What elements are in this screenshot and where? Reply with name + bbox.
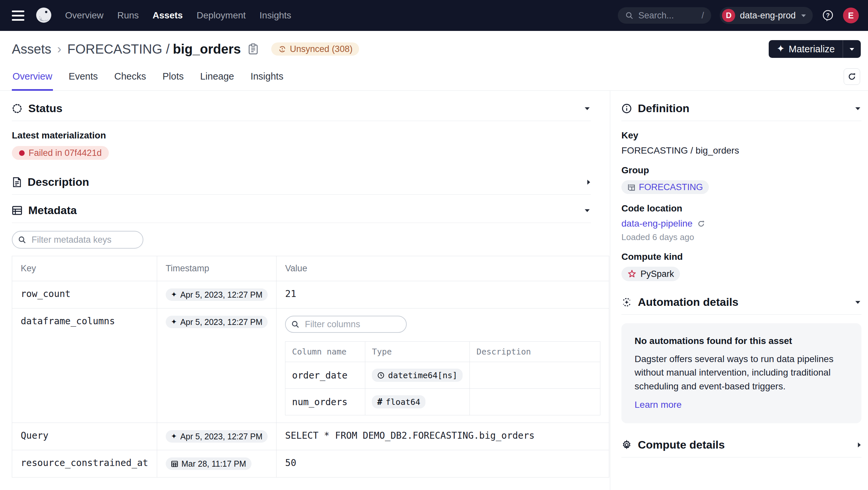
learn-more-link[interactable]: Learn more: [634, 400, 682, 410]
metadata-collapse-button[interactable]: [584, 208, 591, 213]
materialize-dropdown-button[interactable]: [843, 40, 861, 58]
definition-title: Definition: [638, 102, 689, 115]
clock-icon: [377, 372, 385, 379]
timestamp-badge[interactable]: Mar 28, 11:17 PM: [166, 457, 251, 470]
status-collapse-button[interactable]: [584, 106, 591, 111]
automation-empty-state: No automations found for this asset Dags…: [621, 323, 861, 423]
copy-icon[interactable]: [248, 43, 259, 55]
tab-events[interactable]: Events: [68, 66, 99, 91]
column-header-name: Column name: [285, 342, 365, 362]
unsynced-label: Unsynced (308): [290, 44, 353, 54]
code-location-label: Code location: [621, 203, 861, 214]
compute-details-expand-button[interactable]: [857, 441, 861, 449]
metadata-key: row_count: [12, 281, 157, 308]
deployment-badge: D: [722, 9, 735, 22]
breadcrumb-assets[interactable]: Assets: [12, 42, 51, 57]
table-row: dataframe_columns ✦Apr 5, 2023, 12:27 PM…: [12, 308, 609, 423]
column-name: order_date: [285, 362, 365, 389]
search-shortcut: /: [702, 10, 704, 21]
nav-item-overview[interactable]: Overview: [65, 10, 103, 21]
avatar[interactable]: E: [843, 7, 859, 23]
metadata-value: 50: [277, 450, 609, 478]
timestamp-badge[interactable]: ✦Apr 5, 2023, 12:27 PM: [166, 288, 268, 301]
caret-right-icon: [586, 179, 591, 186]
metadata-key: Query: [12, 423, 157, 450]
dagster-logo-icon[interactable]: [35, 7, 53, 24]
unsynced-badge[interactable]: Unsynced (308): [271, 42, 360, 56]
metadata-title: Metadata: [28, 204, 76, 217]
automation-empty-body: Dagster offers several ways to run data …: [634, 352, 848, 393]
timestamp-badge[interactable]: ✦Apr 5, 2023, 12:27 PM: [166, 316, 268, 328]
metadata-icon: [12, 206, 22, 215]
global-search[interactable]: /: [618, 7, 711, 24]
tab-checks[interactable]: Checks: [114, 66, 147, 91]
automation-section-header: Automation details: [621, 296, 861, 308]
caret-down-icon: [584, 106, 591, 111]
code-location-link[interactable]: data-eng-pipeline: [621, 218, 692, 229]
type-badge: datetime64[ns]: [372, 369, 463, 382]
compute-details-section-header: Compute details: [621, 438, 861, 451]
breadcrumb-group[interactable]: FORECASTING /: [67, 42, 169, 57]
nav-item-runs[interactable]: Runs: [117, 10, 139, 21]
column-description: [470, 389, 600, 415]
sync-alert-icon: [278, 45, 287, 54]
failed-run-badge[interactable]: Failed in 07f4421d: [12, 146, 109, 160]
metadata-key: dataframe_columns: [12, 308, 157, 423]
calendar-icon: [171, 460, 178, 467]
primary-nav: Overview Runs Assets Deployment Insights: [65, 10, 291, 21]
nav-item-assets[interactable]: Assets: [153, 10, 183, 21]
compute-kind-badge[interactable]: PySpark: [621, 267, 680, 281]
dataframe-columns-table: Column name Type Description order_date …: [285, 341, 600, 415]
help-icon[interactable]: ?: [821, 9, 834, 22]
deployment-switcher[interactable]: D data-eng-prod: [720, 7, 813, 24]
timestamp-badge[interactable]: ✦Apr 5, 2023, 12:27 PM: [166, 430, 268, 442]
menu-icon[interactable]: [12, 8, 26, 23]
columns-filter: [285, 316, 407, 333]
search-input[interactable]: [638, 10, 697, 21]
compute-kind-value: PySpark: [641, 269, 674, 279]
definition-section-header: Definition: [621, 102, 861, 115]
caret-down-icon: [854, 106, 861, 111]
sparkle-icon: ✦: [171, 318, 177, 326]
description-icon: [12, 177, 22, 187]
columns-filter-input[interactable]: [285, 316, 407, 333]
metadata-value: SELECT * FROM DEMO_DB2.FORECASTING.big_o…: [277, 423, 609, 450]
materialize-button[interactable]: ✦ Materialize: [769, 40, 861, 58]
table-row: resource_constrained_at Mar 28, 11:17 PM…: [12, 450, 609, 478]
nav-item-deployment[interactable]: Deployment: [197, 10, 246, 21]
key-label: Key: [621, 130, 861, 141]
column-description: [470, 362, 600, 389]
compute-kind-label: Compute kind: [621, 252, 861, 262]
metadata-filter-input[interactable]: [12, 231, 143, 249]
column-header-description: Description: [470, 342, 600, 362]
tab-overview[interactable]: Overview: [12, 66, 53, 91]
automation-empty-title: No automations found for this asset: [634, 336, 848, 346]
group-badge[interactable]: FORECASTING: [621, 180, 709, 194]
top-nav: Overview Runs Assets Deployment Insights…: [0, 0, 868, 31]
metadata-table: Key Timestamp Value row_count ✦Apr 5, 20…: [12, 256, 609, 478]
info-icon: [621, 103, 632, 114]
status-icon: [12, 103, 22, 114]
tab-insights[interactable]: Insights: [250, 66, 284, 91]
description-expand-button[interactable]: [586, 179, 591, 186]
latest-materialization-label: Latest materialization: [12, 130, 591, 141]
tab-lineage[interactable]: Lineage: [199, 66, 235, 91]
definition-collapse-button[interactable]: [854, 106, 861, 111]
refresh-button[interactable]: [844, 68, 860, 85]
automation-title: Automation details: [638, 296, 739, 308]
table-row: Query ✦Apr 5, 2023, 12:27 PM SELECT * FR…: [12, 423, 609, 450]
automation-collapse-button[interactable]: [854, 300, 861, 305]
table-row: row_count ✦Apr 5, 2023, 12:27 PM 21: [12, 281, 609, 308]
tab-plots[interactable]: Plots: [162, 66, 184, 91]
main-column: Status Latest materialization Failed in …: [0, 91, 610, 490]
group-label: Group: [621, 165, 861, 176]
breadcrumb-separator: ›: [57, 42, 61, 56]
nav-item-insights[interactable]: Insights: [259, 10, 291, 21]
column-header-timestamp: Timestamp: [157, 256, 277, 281]
sparkle-icon: ✦: [777, 44, 785, 54]
reload-icon[interactable]: [697, 220, 705, 228]
description-section-header: Description: [12, 176, 591, 188]
asset-tabs: Overview Events Checks Plots Lineage Ins…: [0, 66, 868, 91]
failed-run-label: Failed in 07f4421d: [29, 148, 102, 158]
compute-details-title: Compute details: [638, 438, 725, 451]
